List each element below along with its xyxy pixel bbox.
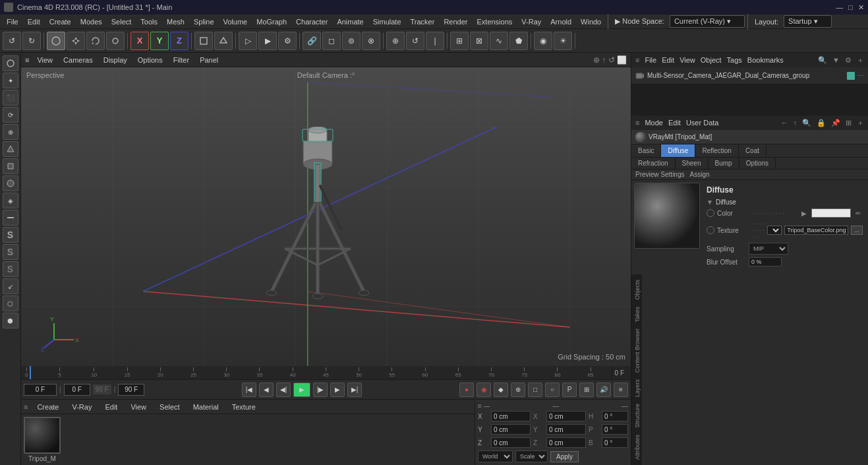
left-tool-11[interactable]: ↙	[3, 278, 18, 294]
attrs-search-icon[interactable]: 🔍	[802, 119, 811, 127]
mat-menu-create[interactable]: Create	[33, 402, 63, 412]
coord-x2-input[interactable]	[546, 411, 586, 421]
deformer-btn[interactable]: ⬟	[509, 32, 528, 50]
viewport-canvas[interactable]: Perspective Default Camera :° Grid Spaci…	[21, 67, 631, 366]
obj-menu-object[interactable]: Object	[701, 56, 722, 64]
menu-spline[interactable]: Spline	[190, 16, 218, 27]
assign-link[interactable]: Assign	[689, 171, 709, 178]
coord-scale-select[interactable]: Scale	[515, 450, 548, 462]
move-obj-btn[interactable]: ⊕	[386, 32, 405, 50]
vp-menu-filter[interactable]: Filter	[171, 56, 192, 64]
color-picker-icon[interactable]: ✏	[854, 208, 863, 218]
mirror-btn[interactable]: |	[426, 32, 444, 50]
menu-mesh[interactable]: Mesh	[163, 16, 188, 27]
side-tab-takes[interactable]: Takes	[633, 304, 641, 325]
menu-modes[interactable]: Modes	[76, 16, 106, 27]
axis-y-button[interactable]: Y	[150, 32, 169, 50]
frame-fps-input[interactable]	[118, 384, 144, 396]
texture-type-select[interactable]: ▼	[767, 226, 782, 235]
object-mode-button[interactable]	[194, 32, 213, 50]
menu-volume[interactable]: Volume	[219, 16, 252, 27]
axis-x-button[interactable]: X	[130, 32, 149, 50]
objects-hamburger[interactable]: ≡	[635, 56, 639, 64]
menu-nodespace-arrow[interactable]: ▶ Node Space:	[611, 16, 668, 27]
preview-settings-link[interactable]: Preview Settings	[635, 171, 684, 178]
tab-diffuse[interactable]: Diffuse	[661, 144, 695, 157]
deselect-btn[interactable]: ⊚	[342, 32, 361, 50]
scale-timeline-btn[interactable]: ○	[545, 383, 560, 397]
tab-options[interactable]: Options	[739, 158, 776, 169]
undo-button[interactable]: ↺	[3, 32, 21, 50]
attrs-up-icon[interactable]: ↑	[794, 119, 797, 127]
mat-menu-vray[interactable]: V-Ray	[68, 402, 96, 412]
prev-frame-btn[interactable]: ◀	[259, 383, 274, 397]
menu-arnold[interactable]: Arnold	[546, 16, 575, 27]
auto-keyframe-btn[interactable]: ◉	[477, 383, 491, 397]
select-all-btn[interactable]: ◻	[322, 32, 341, 50]
left-tool-8[interactable]	[3, 175, 18, 191]
menu-vray[interactable]: V-Ray	[517, 16, 545, 27]
scale-tool[interactable]	[106, 32, 125, 50]
title-bar-right[interactable]: — □ ✕	[836, 3, 864, 12]
coord-b-input[interactable]	[602, 437, 628, 448]
snap-btn[interactable]: 🔗	[303, 32, 321, 50]
material-item[interactable]: Tripod_M	[24, 417, 61, 462]
blur-input[interactable]	[749, 257, 782, 266]
render-btn[interactable]: ▷	[239, 32, 257, 50]
side-tab-objects[interactable]: Objects	[633, 277, 641, 303]
menu-select[interactable]: Select	[107, 16, 136, 27]
audio-btn[interactable]: 🔊	[596, 383, 611, 397]
cloner-btn[interactable]: ⊠	[470, 32, 488, 50]
goto-start-btn[interactable]: |◀	[242, 383, 256, 397]
spline-btn[interactable]: ∿	[490, 32, 508, 50]
rotate-timeline-btn[interactable]: □	[528, 383, 542, 397]
side-tab-structure[interactable]: Structure	[633, 401, 641, 431]
tab-reflection[interactable]: Reflection	[695, 144, 738, 157]
menu-file[interactable]: File	[3, 16, 22, 27]
color-swatch[interactable]	[811, 208, 851, 218]
coord-y2-input[interactable]	[546, 424, 586, 435]
mat-hamburger[interactable]: ≡	[24, 403, 28, 411]
settings-icon[interactable]: ⚙	[845, 56, 852, 65]
menu-simulate[interactable]: Simulate	[369, 16, 405, 27]
left-tool-4[interactable]: ⟳	[3, 107, 18, 123]
menu-tracker[interactable]: Tracker	[407, 16, 439, 27]
obj-menu-bookmarks[interactable]: Bookmarks	[747, 56, 784, 64]
mat-menu-material[interactable]: Material	[189, 402, 223, 412]
left-tool-s3[interactable]: S	[3, 261, 18, 277]
attrs-hamburger[interactable]: ≡	[635, 119, 639, 127]
tab-sheen[interactable]: Sheen	[676, 158, 709, 169]
mat-menu-view[interactable]: View	[127, 402, 150, 412]
menu-create[interactable]: Create	[45, 16, 75, 27]
obj-menu-file[interactable]: File	[645, 56, 656, 64]
array-btn[interactable]: ⊞	[450, 32, 469, 50]
left-tool-7[interactable]	[3, 158, 18, 174]
plus-icon[interactable]: ＋	[857, 55, 864, 65]
move-tool[interactable]	[67, 32, 85, 50]
light-btn[interactable]: ☀	[554, 32, 572, 50]
frame-current-input[interactable]	[24, 384, 57, 396]
menu-window[interactable]: Windo	[577, 16, 605, 27]
search-icon[interactable]: 🔍	[818, 56, 827, 65]
left-tool-10[interactable]	[3, 210, 18, 226]
obj-menu-view[interactable]: View	[680, 56, 695, 64]
side-tab-layers[interactable]: Layers	[633, 377, 641, 400]
select-tool[interactable]	[47, 32, 65, 50]
left-tool-6[interactable]	[3, 141, 18, 157]
invert-sel-btn[interactable]: ⊗	[362, 32, 380, 50]
left-tool-9[interactable]: ◈	[3, 193, 18, 208]
param-btn[interactable]: P	[562, 383, 577, 397]
coord-world-select[interactable]: World Object	[478, 450, 513, 462]
obj-menu-edit[interactable]: Edit	[662, 56, 674, 64]
object-visibility-dot[interactable]	[847, 72, 855, 80]
vp-menu-display[interactable]: Display	[101, 56, 130, 64]
menu-animate[interactable]: Animate	[333, 16, 367, 27]
grid-btn[interactable]: ⊞	[579, 383, 594, 397]
minimize-button[interactable]: —	[836, 3, 843, 11]
coord-p-input[interactable]	[602, 424, 628, 435]
tab-bump[interactable]: Bump	[709, 158, 739, 169]
left-tool-12[interactable]: ⬡	[3, 295, 18, 311]
next-frame-btn[interactable]: ▶	[330, 383, 345, 397]
goto-end-btn[interactable]: ▶|	[347, 383, 362, 397]
left-tool-2[interactable]: ✦	[3, 73, 18, 88]
